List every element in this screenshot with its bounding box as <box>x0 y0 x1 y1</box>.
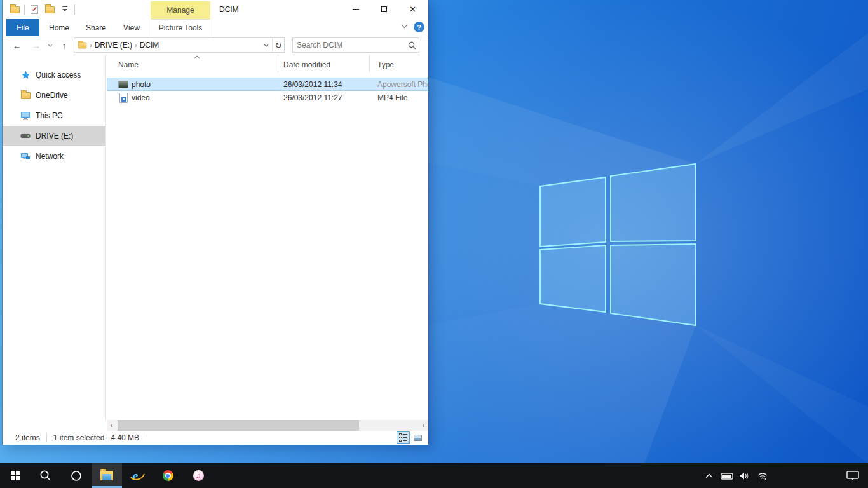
start-icon <box>11 471 20 480</box>
tab-view[interactable]: View <box>117 19 146 36</box>
action-center-icon <box>846 471 859 481</box>
taskbar-itunes-button[interactable]: ♫ <box>183 463 214 488</box>
taskbar-file-explorer-button[interactable] <box>92 463 122 488</box>
folder-icon <box>78 42 87 48</box>
sidebar-item-quick-access[interactable]: Quick access <box>3 65 105 85</box>
navigation-toolbar: ← → ↑ › DRIVE (E:) › DCIM ↻ <box>3 36 428 55</box>
breadcrumb-drive[interactable]: DRIVE (E:) <box>95 41 132 50</box>
video-file-icon <box>118 93 128 103</box>
close-button[interactable]: ✕ <box>398 0 427 18</box>
status-separator <box>146 433 146 442</box>
recent-locations-chevron-icon[interactable] <box>46 36 55 55</box>
breadcrumb-chevron-icon: › <box>135 41 137 49</box>
volume-icon[interactable] <box>738 470 751 482</box>
tab-picture-tools[interactable]: Picture Tools <box>151 19 210 36</box>
file-explorer-icon <box>100 471 113 480</box>
breadcrumb-folder[interactable]: DCIM <box>140 41 159 50</box>
status-separator <box>46 433 47 442</box>
cortana-icon <box>71 470 82 482</box>
taskbar: e ♫ <box>0 463 868 488</box>
folder-icon[interactable] <box>9 3 20 16</box>
taskbar-search-button[interactable] <box>31 463 61 488</box>
minimize-icon <box>353 9 359 10</box>
search-box[interactable] <box>292 37 419 53</box>
address-dropdown-chevron-icon[interactable] <box>260 38 272 52</box>
file-list-pane: Name Date modified Type photo 26/03/2012… <box>107 55 428 420</box>
manage-contextual-group[interactable]: Manage <box>151 1 210 19</box>
onedrive-folder-icon <box>20 90 31 100</box>
address-bar[interactable]: › DRIVE (E:) › DCIM ↻ <box>74 37 285 53</box>
taskbar-internet-explorer-button[interactable]: e <box>122 463 153 488</box>
help-icon[interactable]: ? <box>414 22 424 32</box>
up-button[interactable]: ↑ <box>57 36 71 55</box>
navigation-pane: Quick access OneDrive This PC DRIVE (E:)… <box>3 55 106 420</box>
qat-separator <box>24 4 25 15</box>
window-title: DCIM <box>219 0 239 19</box>
forward-button[interactable]: → <box>29 36 43 55</box>
maximize-icon <box>381 6 387 12</box>
expand-ribbon-chevron-icon[interactable] <box>401 24 408 29</box>
cortana-button[interactable] <box>61 463 92 488</box>
search-icon <box>39 470 52 482</box>
start-button[interactable] <box>0 463 31 488</box>
sidebar-item-network[interactable]: Network <box>3 146 105 166</box>
quick-access-toolbar <box>9 0 75 19</box>
horizontal-scrollbar[interactable]: ‹ › <box>107 420 428 431</box>
title-bar[interactable]: Manage DCIM ✕ <box>3 0 428 19</box>
minimize-button[interactable] <box>341 0 370 18</box>
internet-explorer-icon: e <box>130 468 145 484</box>
large-icons-view-button[interactable] <box>411 431 424 444</box>
breadcrumb: › DRIVE (E:) › DCIM <box>74 41 260 50</box>
tab-share[interactable]: Share <box>79 19 112 36</box>
ribbon-tab-row: File Home Share View Picture Tools ? <box>3 19 428 36</box>
svg-text:e: e <box>132 468 138 484</box>
search-icon[interactable] <box>405 41 419 50</box>
action-center-button[interactable] <box>840 463 865 488</box>
column-header-date-modified[interactable]: Date modified <box>278 55 370 72</box>
details-view-icon <box>399 433 407 442</box>
scroll-left-arrow-icon[interactable]: ‹ <box>107 420 116 431</box>
properties-check-icon[interactable] <box>29 3 40 16</box>
sidebar-item-drive-e[interactable]: DRIVE (E:) <box>3 126 105 146</box>
file-row-photo[interactable]: photo 26/03/2012 11:34 Apowersoft Pho <box>107 78 428 91</box>
maximize-button[interactable] <box>370 0 398 18</box>
photo-thumbnail-icon <box>118 79 128 90</box>
selection-count: 1 item selected <box>53 433 105 442</box>
hidden-icons-chevron-icon[interactable] <box>703 470 715 482</box>
file-row-video[interactable]: video 26/03/2012 11:27 MP4 File <box>107 91 428 104</box>
tab-home[interactable]: Home <box>43 19 75 36</box>
thumbnail-view-icon <box>414 435 422 441</box>
drive-icon <box>20 131 31 141</box>
this-pc-icon <box>20 111 31 121</box>
breadcrumb-chevron-icon: › <box>90 41 92 49</box>
column-header-name[interactable]: Name <box>107 55 278 72</box>
qat-separator <box>74 4 75 15</box>
itunes-icon: ♫ <box>193 470 204 481</box>
scrollbar-thumb[interactable] <box>118 420 359 431</box>
selection-size: 4.40 MB <box>111 433 139 442</box>
column-header-type[interactable]: Type <box>370 55 428 72</box>
battery-icon[interactable] <box>721 470 733 482</box>
details-view-button[interactable] <box>397 431 410 444</box>
status-bar: 2 items 1 item selected 4.40 MB <box>3 431 428 445</box>
close-icon: ✕ <box>409 5 416 13</box>
network-icon <box>20 151 31 161</box>
chrome-icon <box>163 470 173 481</box>
item-count: 2 items <box>15 433 40 442</box>
sidebar-item-this-pc[interactable]: This PC <box>3 105 105 126</box>
wifi-icon[interactable] <box>756 470 769 482</box>
customize-qat-chevron-icon[interactable] <box>59 3 71 16</box>
tab-file[interactable]: File <box>6 19 39 36</box>
quick-access-star-icon <box>20 70 31 80</box>
scrollbar-track[interactable] <box>116 420 419 431</box>
sidebar-item-onedrive[interactable]: OneDrive <box>3 85 105 105</box>
system-tray <box>703 463 769 488</box>
back-button[interactable]: ← <box>10 36 24 55</box>
windows-logo-panes <box>540 164 696 325</box>
scroll-right-arrow-icon[interactable]: › <box>419 420 428 431</box>
search-input[interactable] <box>293 41 405 50</box>
taskbar-chrome-button[interactable] <box>153 463 183 488</box>
file-explorer-window: Manage DCIM ✕ File Home Share View Pictu… <box>3 0 428 445</box>
refresh-icon[interactable]: ↻ <box>272 38 284 52</box>
new-folder-icon[interactable] <box>44 3 55 16</box>
